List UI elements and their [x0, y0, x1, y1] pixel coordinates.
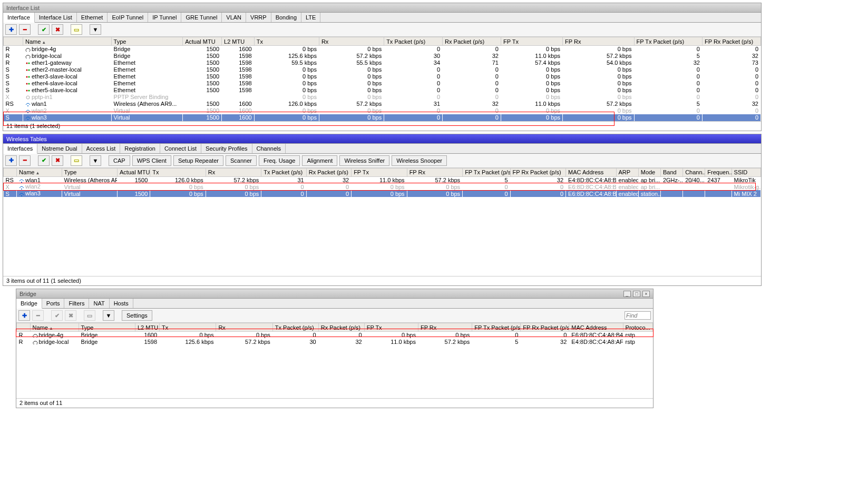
tab-gre-tunnel[interactable]: GRE Tunnel [181, 13, 222, 22]
close-button[interactable]: × [642, 291, 650, 297]
col-header[interactable]: FP Tx [501, 37, 562, 46]
tab-interface[interactable]: Interface [3, 13, 35, 23]
find-input[interactable] [625, 311, 651, 320]
col-header[interactable]: L2 MTU [222, 37, 255, 46]
tab-vrrp[interactable]: VRRP [246, 13, 271, 22]
maximize-button[interactable]: □ [633, 291, 640, 297]
col-header[interactable]: FP Rx [407, 168, 463, 176]
remove-button[interactable]: ━ [19, 155, 31, 166]
comment-button[interactable]: ▭ [71, 155, 82, 166]
add-button[interactable]: ✚ [5, 155, 17, 166]
col-header[interactable]: FP Tx Packet (p/s) [472, 323, 521, 332]
table-row[interactable]: Sether5-slave-localEthernet 15001598 0 b… [4, 87, 761, 94]
freq-usage-button[interactable]: Freq. Usage [259, 155, 300, 166]
col-header[interactable]: Tx Packet (p/s) [261, 168, 306, 176]
tab-security-profiles[interactable]: Security Profiles [201, 144, 252, 153]
alignment-button[interactable]: Alignment [302, 155, 337, 166]
add-button[interactable]: ✚ [5, 24, 17, 35]
table-row[interactable]: Rbridge-localBridge 1598125.6 kbps57.2 k… [17, 339, 653, 345]
table-row[interactable]: Swlan3Virtual 15001600 0 bps0 bps 00 0 b… [4, 114, 761, 121]
table-row[interactable]: Rether1-gatewayEthernet 15001598 59.5 kb… [4, 60, 761, 66]
enable-button[interactable]: ✔ [38, 24, 50, 35]
tab-bonding[interactable]: Bonding [271, 13, 301, 22]
col-header[interactable]: ARP [616, 168, 638, 176]
settings-button[interactable]: Settings [122, 310, 152, 321]
col-header[interactable]: Rx Packet (p/s) [306, 168, 351, 176]
table-row[interactable]: RSwlan1Wireless (Atheros AR9... 15001600… [4, 101, 761, 107]
tab-lte[interactable]: LTE [301, 13, 320, 22]
enable-button[interactable]: ✔ [51, 310, 63, 321]
col-header[interactable]: Rx [216, 323, 272, 332]
col-header[interactable]: FP Rx Packet (p/s) [510, 168, 566, 176]
col-header[interactable]: Rx Packet (p/s) [443, 37, 501, 46]
table-row[interactable]: Xwlan2Virtual 0 bps0 bps 00 0 bps0 bps 0… [4, 183, 761, 190]
wps-client-button[interactable]: WPS Client [132, 155, 171, 166]
col-header[interactable]: Chann... [683, 168, 705, 176]
col-header[interactable]: FP Tx [352, 168, 407, 176]
col-header[interactable]: Tx [160, 323, 216, 332]
filter-button[interactable]: ▼ [103, 310, 114, 321]
tab-vlan[interactable]: VLAN [222, 13, 246, 22]
col-header[interactable]: FP Rx [418, 323, 472, 332]
tab-registration[interactable]: Registration [120, 144, 160, 153]
col-header[interactable]: FP Rx Packet (p/s) [702, 37, 760, 46]
comment-button[interactable]: ▭ [84, 310, 95, 321]
filter-button[interactable]: ▼ [90, 24, 101, 35]
minimize-button[interactable]: _ [623, 291, 631, 297]
col-header[interactable]: FP Tx Packet (p/s) [634, 37, 702, 46]
disable-button[interactable]: ✖ [65, 310, 76, 321]
tab-connect-list[interactable]: Connect List [160, 144, 201, 153]
tab-filters[interactable]: Filters [64, 299, 89, 308]
table-row[interactable]: Rbridge-4gBridge 15001600 0 bps0 bps 00 … [4, 46, 761, 53]
tab-bridge[interactable]: Bridge [16, 299, 42, 309]
col-header[interactable]: L2 MTU [135, 323, 160, 332]
col-header[interactable]: FP Rx Packet (p/s) [521, 323, 569, 332]
comment-button[interactable]: ▭ [71, 24, 82, 35]
col-header[interactable]: Tx Packet (p/s) [272, 323, 318, 332]
tab-access-list[interactable]: Access List [82, 144, 121, 153]
col-header[interactable]: Actual MTU [118, 168, 150, 176]
scanner-button[interactable]: Scanner [226, 155, 257, 166]
tab-channels[interactable]: Channels [252, 144, 286, 153]
col-header[interactable] [4, 168, 17, 176]
tab-ethernet[interactable]: Ethernet [77, 13, 108, 22]
cap-button[interactable]: CAP [109, 155, 130, 166]
col-header[interactable]: Type [111, 37, 183, 46]
col-header[interactable]: MAC Address [569, 323, 623, 332]
col-header[interactable]: Actual MTU [183, 37, 222, 46]
table-row[interactable]: Sether2-master-localEthernet 15001598 0 … [4, 66, 761, 73]
tab-ip-tunnel[interactable]: IP Tunnel [148, 13, 181, 22]
table-row[interactable]: Xpptp-in1PPTP Server Binding 0 bps0 bps … [4, 94, 761, 101]
setup-repeater-button[interactable]: Setup Repeater [173, 155, 223, 166]
table-row[interactable]: Swlan3Virtual 15000 bps0 bps 00 0 bps0 b… [4, 190, 761, 197]
col-header[interactable]: Type [62, 168, 118, 176]
remove-button[interactable]: ━ [32, 310, 44, 321]
col-header[interactable]: Frequen... [705, 168, 732, 176]
tab-interfaces[interactable]: Interfaces [3, 144, 37, 154]
tab-nat[interactable]: NAT [89, 299, 109, 308]
col-header[interactable]: MAC Address [566, 168, 616, 176]
table-row[interactable]: Sether4-slave-localEthernet 15001598 0 b… [4, 80, 761, 87]
col-header[interactable]: Tx Packet (p/s) [384, 37, 443, 46]
col-header[interactable]: SSID [732, 168, 760, 176]
filter-button[interactable]: ▼ [90, 155, 101, 166]
col-header[interactable]: Mode [638, 168, 660, 176]
col-header[interactable]: Name▲ [23, 37, 111, 46]
col-header[interactable]: FP Tx Packet (p/s) [463, 168, 510, 176]
col-header[interactable]: Type [79, 323, 135, 332]
disable-button[interactable]: ✖ [52, 155, 63, 166]
remove-button[interactable]: ━ [19, 24, 31, 35]
wireless-snooper-button[interactable]: Wireless Snooper [392, 155, 447, 166]
table-row[interactable]: Xwlan2Virtual 15001600 0 bps0 bps 00 0 b… [4, 107, 761, 114]
col-header[interactable]: Rx [319, 37, 384, 46]
tab-nstreme-dual[interactable]: Nstreme Dual [37, 144, 82, 153]
col-header[interactable]: Tx [150, 168, 206, 176]
table-row[interactable]: Sether3-slave-localEthernet 15001598 0 b… [4, 73, 761, 80]
wireless-sniffer-button[interactable]: Wireless Sniffer [339, 155, 389, 166]
col-header[interactable]: Band [660, 168, 682, 176]
col-header[interactable]: Tx [254, 37, 319, 46]
col-header[interactable] [4, 37, 23, 46]
col-header[interactable]: Name▲ [30, 323, 79, 332]
add-button[interactable]: ✚ [18, 310, 30, 321]
table-row[interactable]: RSwlan1Wireless (Atheros AR9... 1500126.… [4, 176, 761, 183]
